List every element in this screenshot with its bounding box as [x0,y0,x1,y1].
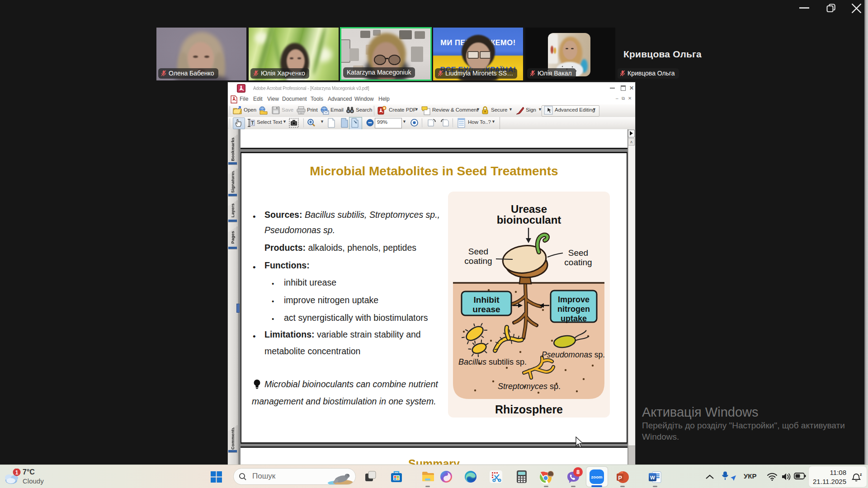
svg-text:Urease: Urease [511,203,547,215]
svg-text:coating: coating [464,256,492,266]
svg-text:Inhibit: Inhibit [474,295,500,305]
svg-text:z: z [860,472,862,477]
svg-text:urease: urease [472,305,500,314]
svg-text:P: P [618,474,622,481]
svg-text:Pseudomonas sp.: Pseudomonas sp. [542,350,605,359]
svg-text:Rhizosphere: Rhizosphere [495,403,563,416]
svg-text:1: 1 [15,469,19,476]
svg-text:Seed: Seed [468,247,488,256]
svg-text:Improve: Improve [558,295,590,304]
svg-text:nitrogen: nitrogen [557,305,590,314]
svg-text:Streptomyces sp.: Streptomyces sp. [498,382,561,391]
svg-text:8: 8 [576,469,580,475]
svg-text:W: W [650,475,655,480]
svg-text:Bacillus subtilis sp.: Bacillus subtilis sp. [458,357,527,366]
svg-text:T: T [251,121,254,126]
svg-text:Seed: Seed [568,248,588,258]
svg-text:coating: coating [564,258,592,267]
svg-text:uptake: uptake [561,314,587,323]
svg-text:bioinoculant: bioinoculant [497,214,561,226]
svg-text:zoom: zoom [591,474,603,479]
